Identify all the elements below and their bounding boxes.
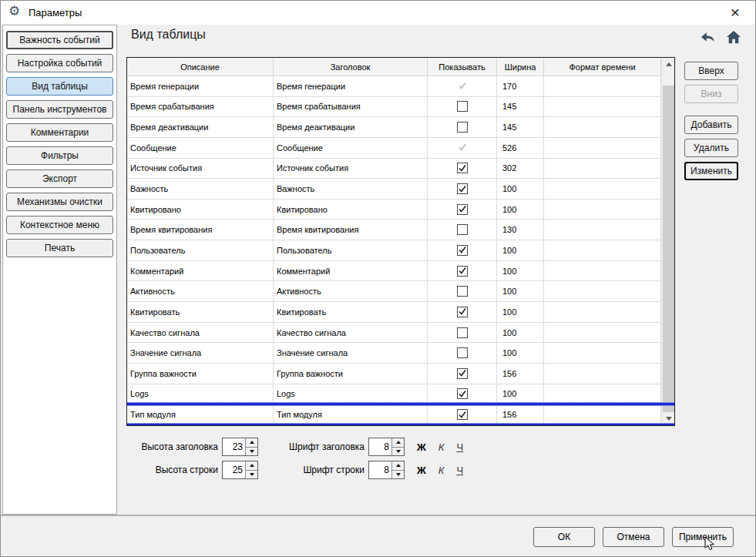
cell-width: 100: [497, 384, 544, 405]
show-checkbox[interactable]: [457, 266, 468, 277]
table-header-row: ОписаниеЗаголовокПоказыватьШиринаФормат …: [127, 58, 674, 76]
spin-down-button[interactable]: [392, 471, 404, 479]
table-row[interactable]: Качество сигналаКачество сигнала100: [127, 323, 674, 344]
row-height-value[interactable]: 25: [223, 461, 245, 478]
undo-icon[interactable]: [700, 29, 717, 45]
column-header[interactable]: Описание: [127, 58, 274, 76]
sidebar-item-table-view[interactable]: Вид таблицы: [6, 77, 113, 96]
cell-header: Активность: [274, 281, 428, 302]
header-bold-toggle[interactable]: Ж: [417, 441, 426, 453]
show-checkbox[interactable]: [457, 286, 468, 297]
show-checkbox[interactable]: [457, 307, 468, 317]
spin-down-button[interactable]: [246, 448, 257, 456]
column-header[interactable]: Показывать: [428, 58, 497, 76]
header-italic-toggle[interactable]: К: [438, 441, 445, 453]
cell-description: Тип модуля: [127, 404, 274, 425]
sidebar-item-filters[interactable]: Фильтры: [6, 146, 113, 165]
show-checkbox[interactable]: [457, 204, 468, 215]
sidebar-item-event-setup[interactable]: Настройка событий: [6, 54, 113, 72]
spin-up-button[interactable]: [246, 438, 257, 448]
show-checkbox[interactable]: [457, 224, 468, 235]
spin-down-button[interactable]: [246, 471, 257, 479]
header-font-value[interactable]: 8: [369, 438, 391, 455]
show-checkbox[interactable]: [457, 101, 468, 112]
sidebar-item-toolbar[interactable]: Панель инструментов: [6, 100, 113, 119]
cell-header: Значение сигнала: [274, 343, 428, 364]
scroll-up-arrow-icon[interactable]: [662, 58, 675, 71]
add-button[interactable]: Добавить: [684, 116, 738, 134]
spin-down-button[interactable]: [392, 448, 404, 456]
cell-show: [428, 97, 497, 118]
cell-width: 100: [497, 200, 544, 220]
row-underline-toggle[interactable]: Ч: [456, 465, 463, 476]
show-checkbox[interactable]: [457, 327, 468, 338]
table-row[interactable]: СообщениеСообщение526: [127, 138, 674, 159]
edit-button[interactable]: Изменить: [684, 162, 738, 180]
vertical-scrollbar[interactable]: [661, 58, 674, 425]
table-row[interactable]: Источник событияИсточник события302: [127, 159, 674, 180]
table-row[interactable]: Время срабатыванияВремя срабатывания145: [127, 97, 674, 118]
spin-up-button[interactable]: [392, 438, 404, 448]
show-checkbox[interactable]: [457, 368, 468, 379]
up-button[interactable]: Вверх: [684, 62, 738, 80]
row-italic-toggle[interactable]: К: [438, 465, 445, 476]
table-row[interactable]: Время деактивацииВремя деактивации145: [127, 117, 674, 138]
cell-header: Logs: [274, 384, 428, 405]
table-row[interactable]: Тип модуляТип модуля156: [127, 404, 674, 425]
header-height-value[interactable]: 23: [223, 438, 245, 455]
table-row[interactable]: КвитироватьКвитировать100: [127, 302, 674, 323]
cancel-button[interactable]: Отмена: [603, 527, 664, 547]
apply-button[interactable]: Применить: [672, 527, 734, 547]
table-row[interactable]: КомментарийКомментарий100: [127, 261, 674, 282]
table-row[interactable]: АктивностьАктивность100: [127, 281, 674, 302]
cell-header: Квитировано: [274, 200, 428, 220]
header-font-spinner[interactable]: 8: [368, 438, 405, 456]
home-icon[interactable]: [725, 29, 742, 45]
sidebar-item-cleanup[interactable]: Механизмы очистки: [6, 193, 113, 211]
show-checkbox[interactable]: [457, 245, 468, 256]
header-height-spinner[interactable]: 23: [222, 438, 258, 456]
row-height-spinner[interactable]: 25: [222, 461, 258, 479]
show-checkbox[interactable]: [457, 409, 468, 420]
sidebar-item-export[interactable]: Экспорт: [6, 169, 113, 188]
spin-up-button[interactable]: [246, 461, 257, 471]
delete-button[interactable]: Удалить: [684, 139, 738, 157]
cell-description: Пользователь: [127, 240, 274, 261]
sidebar-item-print[interactable]: Печать: [6, 239, 113, 257]
table-row[interactable]: Время генерацииВремя генерации170: [127, 76, 674, 97]
header-underline-toggle[interactable]: Ч: [456, 441, 463, 453]
show-checkbox[interactable]: [457, 388, 468, 399]
column-header[interactable]: Формат времени: [544, 58, 661, 76]
show-checkbox[interactable]: [457, 183, 468, 194]
cell-description: Квитировать: [127, 302, 274, 323]
cell-description: Группа важности: [127, 364, 274, 384]
column-header[interactable]: Заголовок: [274, 58, 428, 76]
ok-button[interactable]: ОК: [533, 527, 595, 547]
cell-header: Важность: [274, 179, 428, 200]
cell-header: Время срабатывания: [274, 97, 428, 118]
sidebar-item-event-importance[interactable]: Важность событий: [6, 31, 113, 49]
cell-time-format: [544, 117, 661, 138]
column-header[interactable]: Ширина: [497, 58, 544, 76]
row-font-value[interactable]: 8: [369, 461, 391, 478]
table-row[interactable]: Значение сигналаЗначение сигнала100: [127, 343, 674, 364]
row-font-group: Шрифт строки 8 Ж К Ч: [269, 461, 463, 479]
row-bold-toggle[interactable]: Ж: [417, 465, 426, 476]
show-checkbox[interactable]: [457, 163, 468, 173]
table-row[interactable]: ПользовательПользователь100: [127, 240, 674, 261]
cell-show: [428, 261, 497, 282]
cell-width: 170: [497, 76, 544, 97]
table-row[interactable]: КвитированоКвитировано100: [127, 200, 674, 220]
show-checkbox[interactable]: [457, 122, 468, 133]
close-button[interactable]: ×: [725, 2, 745, 22]
table-row[interactable]: ВажностьВажность100: [127, 179, 674, 200]
sidebar-item-comments[interactable]: Комментарии: [6, 123, 113, 142]
table-row[interactable]: LogsLogs100: [127, 384, 674, 405]
show-checkbox[interactable]: [457, 347, 468, 358]
scrollbar-thumb[interactable]: [663, 86, 674, 412]
sidebar-item-context-menu[interactable]: Контекстное меню: [6, 216, 113, 234]
table-row[interactable]: Группа важностиГруппа важности156: [127, 364, 674, 384]
spin-up-button[interactable]: [392, 461, 404, 471]
table-row[interactable]: Время квитированияВремя квитирования130: [127, 220, 674, 240]
row-font-spinner[interactable]: 8: [368, 461, 405, 479]
